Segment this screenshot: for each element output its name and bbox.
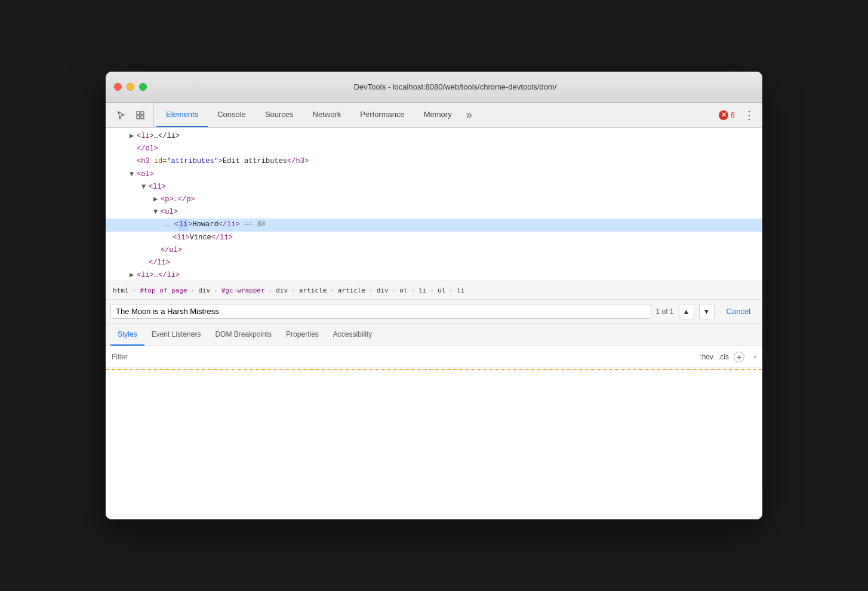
right-controls: ✕ 6 ⋮ <box>715 103 760 127</box>
tab-accessibility[interactable]: Accessibility <box>326 324 379 346</box>
search-bar: 1 of 1 ▲ ▼ Cancel <box>106 300 762 324</box>
cursor-icon[interactable] <box>113 107 130 124</box>
search-next-button[interactable]: ▼ <box>699 304 715 319</box>
dom-line[interactable]: ▶<p>…</p> <box>106 193 762 206</box>
filter-input[interactable] <box>112 353 695 361</box>
bc-separator: › <box>411 287 415 294</box>
title-bar: DevTools - localhost:8080/web/tools/chro… <box>106 72 762 103</box>
dom-line[interactable]: ▼<ol> <box>106 168 762 181</box>
bc-separator: › <box>392 287 396 294</box>
dom-line[interactable]: ▼<li> <box>106 181 762 193</box>
bc-separator: › <box>269 287 273 294</box>
devtools-menu-button[interactable]: ⋮ <box>741 107 758 124</box>
svg-rect-1 <box>141 112 144 115</box>
error-count: 6 <box>731 111 735 119</box>
dom-line[interactable]: ▶</ul> <box>106 244 762 257</box>
breadcrumb-item-article1[interactable]: article <box>297 285 329 296</box>
bc-separator: › <box>291 287 296 294</box>
svg-rect-3 <box>141 116 144 119</box>
bc-separator: › <box>133 287 137 294</box>
dom-line-selected[interactable]: … <li>Howard</li> == $0 <box>106 218 762 231</box>
dom-line[interactable]: ▶</ol> <box>106 143 762 155</box>
breadcrumb-item-div1[interactable]: div <box>196 285 213 296</box>
dom-line[interactable]: ▶</li> <box>106 257 762 269</box>
dashed-area <box>106 369 762 518</box>
triangle-icon[interactable]: ▶ <box>130 131 137 142</box>
filter-cls[interactable]: .cls <box>718 353 729 361</box>
breadcrumb-bar: html › #top_of_page › div › #gc-wrapper … <box>106 281 762 300</box>
dom-line[interactable]: ▶<h3 id="attributes">Edit attributes</h3… <box>106 155 762 168</box>
dom-line[interactable]: ▶<li>…</li> <box>106 130 762 143</box>
search-count: 1 of 1 <box>656 307 674 316</box>
bc-separator: › <box>330 287 334 294</box>
dom-line[interactable]: ▶<li>Vince</li> <box>106 232 762 244</box>
bc-separator: › <box>430 287 434 294</box>
svg-rect-0 <box>137 112 140 115</box>
tab-performance[interactable]: Performance <box>350 103 414 127</box>
tab-styles[interactable]: Styles <box>110 324 144 346</box>
tab-console[interactable]: Console <box>208 103 256 127</box>
close-button[interactable] <box>114 83 122 91</box>
search-prev-button[interactable]: ▲ <box>679 304 694 319</box>
search-cancel-button[interactable]: Cancel <box>719 304 758 318</box>
triangle-icon[interactable]: ▶ <box>130 270 137 281</box>
dom-line[interactable]: ▶<li>…</li> <box>106 269 762 281</box>
dots-indicator: … <box>165 220 170 230</box>
tab-dom-breakpoints[interactable]: DOM Breakpoints <box>208 324 279 346</box>
breadcrumb-item-li2[interactable]: li <box>454 285 467 296</box>
error-badge[interactable]: ✕ 6 <box>715 109 738 121</box>
triangle-icon[interactable]: ▼ <box>153 207 161 218</box>
filter-hov[interactable]: :hov <box>700 353 713 361</box>
tab-elements[interactable]: Elements <box>156 103 208 127</box>
minimize-button[interactable] <box>127 83 134 91</box>
styles-tab-bar: Styles Event Listeners DOM Breakpoints P… <box>106 324 762 346</box>
breadcrumb-item-div3[interactable]: div <box>374 285 391 296</box>
tab-sources[interactable]: Sources <box>256 103 303 127</box>
error-icon: ✕ <box>719 110 728 120</box>
breadcrumb-item-ul[interactable]: ul <box>435 285 448 296</box>
traffic-lights <box>114 83 147 91</box>
filter-add-button[interactable]: + <box>734 352 744 362</box>
dom-tree[interactable]: ▶<li>…</li> ▶</ol> ▶<h3 id="attributes">… <box>106 128 762 281</box>
tab-memory[interactable]: Memory <box>414 103 461 127</box>
tab-network[interactable]: Network <box>303 103 351 127</box>
window-title: DevTools - localhost:8080/web/tools/chro… <box>156 82 754 91</box>
breadcrumb-item-gc-wrapper[interactable]: #gc-wrapper <box>219 285 267 296</box>
filter-resize-icon <box>749 353 756 361</box>
bc-separator: › <box>369 287 373 294</box>
bc-separator: › <box>214 287 218 294</box>
more-tabs-button[interactable]: » <box>461 103 477 127</box>
breadcrumb-item-div2[interactable]: div <box>273 285 290 296</box>
devtools-icons <box>108 103 154 127</box>
breadcrumb-item-li1[interactable]: li <box>416 285 429 296</box>
devtools-window: DevTools - localhost:8080/web/tools/chro… <box>106 72 762 519</box>
breadcrumb-item-ol[interactable]: ol <box>397 285 410 296</box>
bc-separator: › <box>191 287 195 294</box>
breadcrumb-item-html[interactable]: html <box>110 285 131 296</box>
main-content: ▶<li>…</li> ▶</ol> ▶<h3 id="attributes">… <box>106 128 762 519</box>
maximize-button[interactable] <box>139 83 147 91</box>
svg-rect-2 <box>137 116 140 119</box>
bc-separator: › <box>449 287 453 294</box>
search-input[interactable] <box>110 304 651 319</box>
triangle-icon[interactable]: ▶ <box>153 194 161 205</box>
breadcrumb-item-top-of-page[interactable]: #top_of_page <box>137 285 189 296</box>
triangle-icon[interactable]: ▼ <box>141 181 149 193</box>
breadcrumb-item-article2[interactable]: article <box>335 285 368 296</box>
filter-bar: :hov .cls + <box>106 346 762 368</box>
inspector-icon[interactable] <box>132 107 149 124</box>
dom-line[interactable]: ▼<ul> <box>106 206 762 218</box>
tab-properties[interactable]: Properties <box>279 324 326 346</box>
triangle-icon[interactable]: ▼ <box>130 169 137 180</box>
devtools-tab-bar: Elements Console Sources Network Perform… <box>106 103 762 128</box>
tab-event-listeners[interactable]: Event Listeners <box>144 324 208 346</box>
